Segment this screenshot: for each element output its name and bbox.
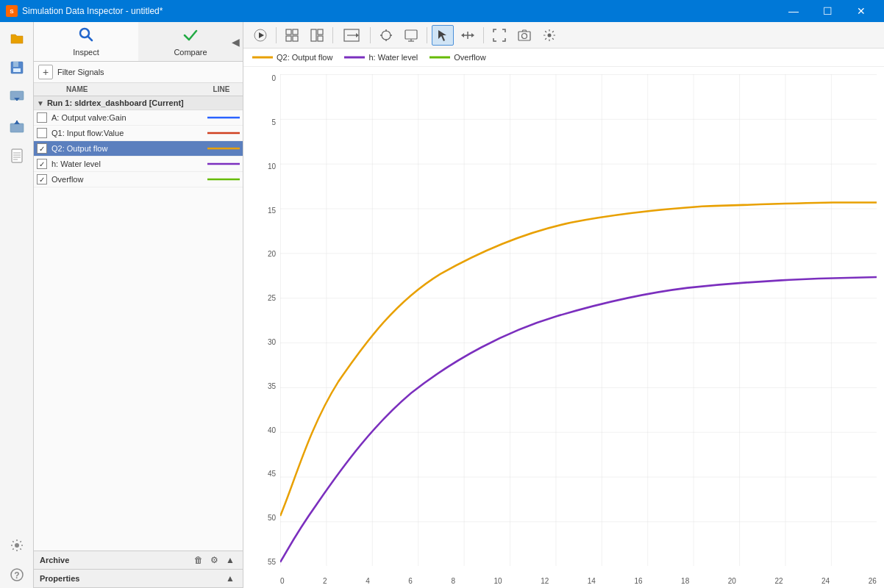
svg-point-14	[15, 543, 19, 548]
properties-collapse-button[interactable]: ▲	[224, 573, 237, 584]
tab-inspect[interactable]: Inspect	[34, 22, 138, 61]
signal-row-overflow[interactable]: ✓ Overflow	[34, 172, 243, 187]
archive-settings-button[interactable]: ⚙	[208, 554, 221, 566]
export-button[interactable]	[4, 113, 30, 140]
import-button[interactable]	[4, 84, 30, 110]
archive-controls: 🗑 ⚙ ▲	[192, 554, 237, 566]
chart-settings-button[interactable]	[538, 25, 560, 46]
fullscreen-button[interactable]	[488, 25, 510, 46]
run-header[interactable]: ▼ Run 1: sldrtex_dashboard [Current]	[34, 96, 243, 110]
signal-table-header: NAME LINE	[34, 83, 243, 96]
name-header: NAME	[37, 85, 203, 93]
signal-row-q2[interactable]: ✓ Q2: Output flow	[34, 141, 243, 157]
svg-rect-29	[293, 36, 298, 41]
sidebar-collapse-icon[interactable]: ◀	[232, 36, 240, 48]
svg-rect-5	[16, 98, 18, 101]
zoom-fit-button[interactable]	[338, 25, 366, 46]
inspect-icon	[78, 26, 94, 46]
app-icon: S	[6, 5, 18, 17]
y-label-40: 40	[243, 426, 279, 434]
chart-svg	[280, 74, 877, 566]
y-label-35: 35	[243, 382, 279, 390]
legend-item-overflow: Overflow	[429, 53, 485, 62]
x-label-6: 6	[408, 577, 413, 585]
preferences-button[interactable]	[4, 532, 30, 559]
layout-4-button[interactable]	[281, 25, 303, 46]
svg-marker-25	[259, 32, 264, 38]
svg-rect-41	[405, 30, 417, 39]
minimize-button[interactable]: —	[777, 0, 810, 22]
report-button[interactable]	[4, 143, 30, 169]
open-folder-button[interactable]	[4, 25, 30, 51]
separator-5	[483, 27, 484, 43]
chart-area: Q2: Output flow h: Water level Overflow	[243, 22, 884, 588]
signal-row-h[interactable]: ✓ h: Water level	[34, 157, 243, 172]
svg-rect-31	[318, 29, 323, 35]
x-label-12: 12	[541, 577, 549, 585]
svg-marker-48	[461, 33, 464, 37]
x-label-2: 2	[323, 577, 327, 585]
save-button[interactable]	[4, 54, 30, 81]
y-label-10: 10	[243, 162, 279, 171]
checkbox-q1[interactable]	[37, 128, 47, 138]
add-filter-button[interactable]: +	[38, 65, 53, 79]
svg-rect-56	[280, 74, 877, 566]
compare-icon	[182, 26, 199, 46]
legend-item-q2: Q2: Output flow	[252, 53, 332, 62]
signal-table: NAME LINE ▼ Run 1: sldrtex_dashboard [Cu…	[34, 83, 243, 551]
svg-rect-8	[16, 121, 18, 124]
svg-text:?: ?	[14, 570, 19, 581]
archive-section-header[interactable]: Archive 🗑 ⚙ ▲	[34, 551, 243, 570]
archive-delete-button[interactable]: 🗑	[192, 554, 205, 566]
y-label-25: 25	[243, 294, 279, 302]
pointer-button[interactable]	[432, 25, 454, 46]
legend-label-h: h: Water level	[368, 53, 418, 62]
svg-point-50	[522, 33, 527, 38]
svg-rect-6	[10, 123, 24, 132]
properties-section-header[interactable]: Properties ▲	[34, 570, 243, 588]
svg-marker-47	[471, 33, 474, 37]
add-icon: +	[43, 66, 49, 78]
display-button[interactable]	[400, 25, 422, 46]
x-label-20: 20	[728, 577, 736, 585]
checkbox-overflow[interactable]: ✓	[37, 174, 47, 184]
y-label-5: 5	[243, 118, 279, 126]
signal-name-q2: Q2: Output flow	[51, 144, 207, 153]
x-label-14: 14	[588, 577, 596, 585]
chart-container: 55 50 45 40 35 30 25 20 15 10 5 0 0 2 4 …	[243, 67, 884, 588]
svg-marker-35	[356, 33, 359, 37]
svg-point-36	[382, 31, 391, 40]
y-axis-labels: 55 50 45 40 35 30 25 20 15 10 5 0	[243, 74, 279, 566]
x-label-10: 10	[493, 577, 502, 585]
close-button[interactable]: ✕	[844, 0, 878, 22]
checkbox-a[interactable]	[37, 112, 47, 123]
signal-row-a[interactable]: A: Output valve:Gain	[34, 110, 243, 126]
chart-legend: Q2: Output flow h: Water level Overflow	[243, 49, 884, 67]
sidebar-bottom: Archive 🗑 ⚙ ▲ Properties ▲	[34, 551, 243, 588]
y-label-15: 15	[243, 207, 279, 215]
signal-name-overflow: Overflow	[51, 175, 207, 184]
svg-rect-26	[286, 29, 291, 35]
y-label-0: 0	[243, 74, 279, 82]
layout-split-button[interactable]	[306, 25, 328, 46]
archive-label: Archive	[40, 556, 69, 564]
svg-point-51	[548, 33, 552, 37]
play-button[interactable]	[249, 25, 271, 46]
tab-compare[interactable]: Compare	[138, 22, 243, 61]
y-label-20: 20	[243, 250, 279, 258]
checkbox-q2[interactable]: ✓	[37, 143, 47, 154]
maximize-button[interactable]: ☐	[810, 0, 844, 22]
x-label-22: 22	[774, 577, 783, 585]
window-title: Simulation Data Inspector - untitled*	[22, 6, 163, 16]
signal-row-q1[interactable]: Q1: Input flow:Value	[34, 126, 243, 141]
help-button[interactable]: ?	[4, 562, 30, 588]
pan-button[interactable]	[457, 25, 479, 46]
snapshot-button[interactable]	[513, 25, 535, 46]
archive-collapse-button[interactable]: ▲	[224, 554, 237, 566]
x-label-18: 18	[681, 577, 689, 585]
checkbox-h[interactable]: ✓	[37, 159, 47, 169]
filter-label: Filter Signals	[57, 68, 104, 76]
cursor-button[interactable]	[375, 25, 397, 46]
svg-rect-9	[12, 149, 22, 162]
title-bar: S Simulation Data Inspector - untitled* …	[0, 0, 884, 22]
